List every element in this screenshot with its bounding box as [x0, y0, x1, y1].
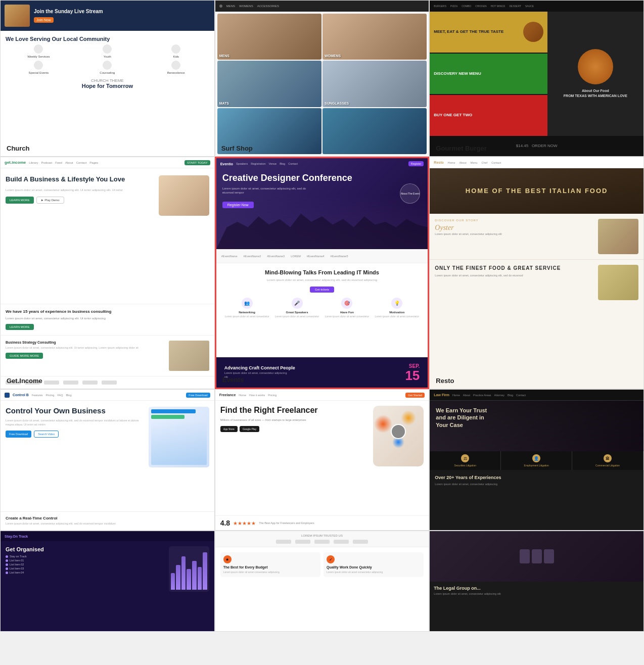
resto-logo: Resto [434, 161, 443, 164]
events-hero-cta[interactable]: Register Now [222, 202, 254, 208]
freelance2-logo-4 [334, 540, 349, 544]
surf-category-sunglasses[interactable]: SUNGLASSES [323, 61, 427, 107]
church-banner-content: Join the Sunday Live Stream Join Now [34, 9, 103, 23]
todo-bar-5 [198, 567, 202, 590]
burger-hero: MEET, EAT & GET THE TRUE TASTE DISCOVERY… [430, 12, 643, 136]
lawfirm-commercial-icon: 🏛 [604, 454, 612, 462]
surf-nav-link-2: WOMENS [239, 5, 253, 8]
lawfirm-nav-practice: Practice Areas [473, 394, 491, 397]
control-search-video-button[interactable]: Search Video [34, 431, 59, 438]
lawfirm-nav-attorney: Attorney [494, 394, 504, 397]
getincome-consult-image [169, 341, 209, 371]
freelance2-logo-2 [295, 540, 310, 544]
todo-bar-0 [171, 573, 175, 590]
church-service-4: Special Events [6, 61, 72, 74]
freelance2-card-1: ★ The Best for Every Budget Lorem ipsum … [220, 552, 320, 577]
control-hero: Control Your Own Business Lorem ipsum do… [1, 401, 214, 511]
getincome-logo: get.income [5, 160, 26, 165]
burger-nav: BURGERS PIZZA COMBO CHICKEN HOT WINGS DE… [430, 1, 643, 12]
church-service-1: Weekly Services [6, 44, 72, 58]
church-service-icon-2 [103, 44, 112, 54]
control-nav-faq: FAQ [57, 394, 63, 397]
getincome-mid-desc: Lorem ipsum dolor sit amet, consectetur … [6, 316, 209, 321]
surf-nav: MENS WOMENS ACCESSORIES [215, 1, 429, 12]
events-footer-date-container: SEP. 15 [405, 363, 420, 382]
church-banner-image [5, 5, 30, 27]
lawfirm-hero: We Earn Your Trust and are Diligent in Y… [430, 401, 643, 451]
surf-category-mats[interactable]: MATS [217, 61, 321, 107]
todo-logo: Stay.On Track [5, 535, 28, 538]
events-tickets-button[interactable]: Get tickets [310, 287, 334, 293]
getincome-label: Get.Income [7, 377, 42, 385]
events-nav-register-button[interactable]: Register [408, 161, 424, 166]
control-nav: Control B Features Pricing FAQ Blog Free… [1, 390, 214, 401]
legal2-person-3 [544, 549, 554, 563]
todo-hero-title: Get Organised [6, 546, 165, 553]
resto-hero-title: HOME OF THE BEST ITALIAN FOOD [466, 187, 608, 196]
church-body: We Love Serving Our Local Community Week… [1, 31, 214, 156]
church-service-label-4: Special Events [6, 71, 72, 74]
events-hero-desc: Lorem ipsum dolor sit amet, consectetur … [222, 186, 313, 195]
lawfirm-securities-label: Securities Litigation [432, 464, 498, 467]
todo-item-label-3: List Item 03 [10, 567, 24, 570]
control-download-button[interactable]: Free Download [6, 431, 31, 438]
events-body-title: Mind-Blowing Talks From Leading IT Minds [223, 269, 421, 275]
getincome-mid-cta[interactable]: LEARN MORE [6, 324, 34, 330]
surf-category-wave[interactable] [323, 108, 427, 154]
church-join-button[interactable]: Join Now [34, 17, 54, 23]
freelance-nav-cta[interactable]: Get Started [405, 393, 425, 398]
getincome-nav-contact: Contact [76, 161, 87, 164]
freelance2-trust-text: LOREM IPSUM TRUSTED US [220, 534, 424, 537]
freelance-stars-icon: ★★★★★ [233, 520, 256, 526]
surf-label: Surf Shop [221, 145, 253, 152]
surf-images-grid: MENS WOMENS MATS SUNGLASSES [215, 12, 429, 156]
todo-item-label-0: Stay on Track [10, 555, 27, 558]
getincome-nav-cta[interactable]: START TODAY [185, 160, 210, 165]
surf-category-womens[interactable]: WOMENS [323, 14, 427, 60]
events-nav: Eventio Speakers Registration Venue Blog… [216, 158, 428, 169]
resto-nav-chef: Chef [482, 161, 488, 164]
events-body: Mind-Blowing Talks From Leading IT Minds… [216, 263, 428, 357]
events-hero-title: Creative Designer Conference [222, 173, 352, 183]
todo-item-2: List Item 02 [6, 563, 165, 566]
freelance-appstore-button[interactable]: App Store [220, 426, 238, 432]
control-nav-download-button[interactable]: Free Download [186, 393, 210, 398]
freelance-googleplay-button[interactable]: Google Play [240, 426, 259, 432]
control-dash-chart [151, 420, 207, 465]
events-networking-label: Networking [223, 311, 271, 314]
getincome-learn-more-button[interactable]: LEARN MORE [6, 197, 34, 204]
freelance-hero-right [373, 406, 424, 510]
events-motivation-label: Motivation [373, 311, 421, 314]
surf-mats-label: MATS [219, 102, 229, 105]
resto-nav-home: Home [448, 161, 455, 164]
getincome-guide-button[interactable]: GUIDE MORE MORE [6, 353, 43, 359]
burger-discovery-text: DISCOVERY NEW MENU [434, 71, 481, 76]
freelance-rating-section: 4.8 ★★★★★ The Best App for Freelancers a… [215, 515, 429, 530]
freelance2-card-title-1: The Best for Every Budget [223, 565, 317, 569]
todo-dot-0 [6, 555, 8, 558]
freelance2-cards-section: ★ The Best for Every Budget Lorem ipsum … [215, 547, 429, 631]
resto-nav-menu: Menu [471, 161, 478, 164]
burger-hero-right: About Our Food FROM TEXAS WITH AMERICAN … [547, 12, 643, 136]
control-dash-bar-2 [151, 415, 185, 419]
lawfirm-nav-home: Home [452, 394, 460, 397]
todo-item-3: List Item 03 [6, 567, 165, 570]
church-service-3: Kids [143, 44, 209, 58]
control-logo: Control B [13, 393, 29, 397]
resto-nav-contact: Contact [491, 161, 501, 164]
events-sponsor-2: #EventName2 [243, 255, 261, 258]
freelance-phone-preview [373, 406, 424, 466]
resto-finest-image [598, 265, 638, 300]
lawfirm-practice-areas: ⚖ Securities Litigation 👤 Employment Lit… [430, 451, 643, 470]
events-sponsors: #EventName #EventName2 #EventName3 LOREM… [216, 249, 428, 263]
legal2-team [430, 531, 643, 582]
control-hero-desc: Lorem ipsum dolor sit amet, consectetur … [6, 418, 144, 427]
surf-nav-link-1: MENS [226, 5, 235, 8]
church-service-icon-1 [34, 44, 43, 54]
burger-food-image-1 [523, 22, 543, 42]
getincome-play-button[interactable]: ► Play Demo [36, 197, 64, 204]
freelance2-logo-5 [353, 540, 368, 544]
church-footer-title: Hope for Tomorrow [6, 83, 209, 89]
surf-category-mens[interactable]: MENS [217, 14, 321, 60]
getincome-hero-desc: Lorem ipsum dolor sit amet, consectetur … [6, 188, 154, 193]
